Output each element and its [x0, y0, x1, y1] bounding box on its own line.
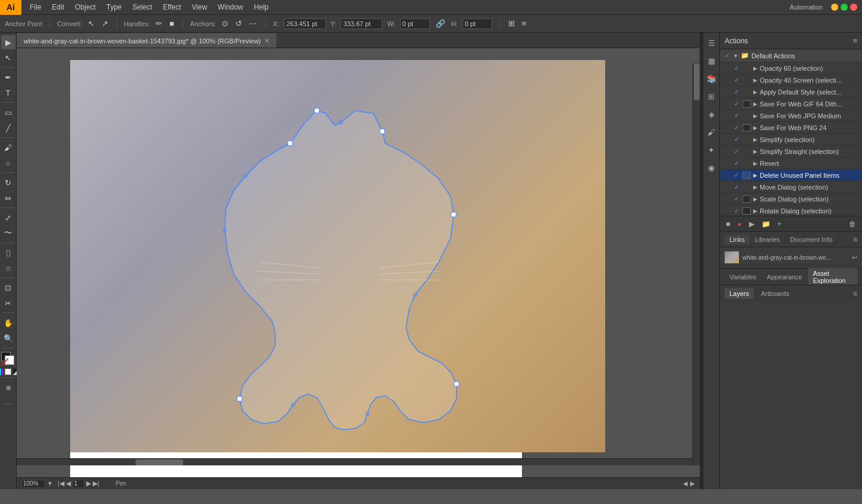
anchors-icon-2[interactable]: ↺ [234, 18, 243, 29]
appearance-tab[interactable]: Appearance [762, 272, 807, 282]
properties-icon[interactable]: ☰ [704, 35, 719, 51]
variables-tab[interactable]: Variables [725, 272, 761, 282]
zoom-dropdown-arrow[interactable]: ▼ [47, 480, 53, 487]
menu-type[interactable]: Type [102, 2, 127, 12]
hand-tool[interactable]: ✋ [1, 316, 15, 330]
action-item[interactable]: ✓ ▶ Move Dialog (selection) [720, 181, 862, 193]
maximize-button[interactable] [841, 4, 848, 11]
record-button[interactable]: ● [735, 219, 744, 229]
selection-tool[interactable]: ▶ [1, 35, 15, 49]
graphic-styles-icon[interactable]: ◉ [704, 160, 719, 175]
convert-icon-1[interactable]: ↖ [87, 18, 96, 29]
asset-exploration-tab[interactable]: Asset Exploration [808, 268, 857, 286]
last-page-button[interactable]: ▶| [93, 480, 99, 488]
line-tool[interactable]: ╱ [1, 121, 15, 135]
handles-icon-1[interactable]: ✏ [155, 18, 163, 29]
first-page-button[interactable]: |◀ [58, 480, 64, 488]
artboard-tool[interactable]: ⊡ [1, 281, 15, 295]
action-checkbox-12[interactable] [743, 207, 751, 215]
close-button[interactable] [850, 4, 857, 11]
links-panel-menu-button[interactable]: ≡ [853, 235, 857, 244]
status-arrow-left[interactable]: ◀ [683, 480, 688, 487]
action-item[interactable]: ✓ ▶ Simplify (selection) [720, 134, 862, 146]
tab-close-button[interactable]: ✕ [265, 37, 269, 44]
action-group-header[interactable]: ✓ ▼ 📁 Default Actions [720, 49, 862, 62]
action-item[interactable]: ✓ ▶ Save For Web PNG 24 [720, 122, 862, 134]
next-page-button[interactable]: ▶ [86, 480, 91, 488]
scale-tool[interactable]: ⤢ [1, 210, 15, 225]
new-set-button[interactable]: 📁 [759, 219, 773, 229]
convert-icon-2[interactable]: ↗ [100, 18, 109, 29]
link-icon[interactable]: 🔗 [435, 18, 446, 29]
transform-icon[interactable]: ⊞ [507, 18, 516, 29]
w-input[interactable] [400, 18, 430, 29]
direct-selection-tool[interactable]: ↖ [1, 51, 15, 65]
action-item[interactable]: ✓ ▶ Opacity 60 (selection) [720, 62, 862, 74]
action-item[interactable]: ✓ ▶ Scale Dialog (selection) [720, 193, 862, 205]
delete-action-button[interactable]: 🗑 [847, 219, 858, 229]
action-item[interactable]: ✓ ▶ Opacity 40 Screen (selecti... [720, 74, 862, 86]
links-tab[interactable]: Links [725, 235, 750, 244]
handles-icon-2[interactable]: ■ [168, 18, 175, 29]
none-mode-button[interactable] [5, 368, 11, 375]
zoom-input[interactable] [21, 480, 45, 488]
brush-side-icon[interactable]: 🖌 [704, 124, 719, 140]
minimize-button[interactable] [831, 4, 838, 11]
assets-side-icon[interactable]: ⊞ [704, 89, 719, 104]
symbols-side-icon[interactable]: ✦ [704, 142, 719, 158]
action-item[interactable]: ✓ ▶ Save For Web JPG Medium [720, 110, 862, 122]
vertical-scrollbar[interactable] [693, 64, 700, 465]
document-info-tab[interactable]: Document Info [785, 235, 838, 244]
warp-tool[interactable]: 〜 [1, 226, 15, 240]
pen-tool[interactable]: ✒ [1, 70, 15, 84]
status-arrow-right[interactable]: ▶ [690, 480, 695, 487]
paintbrush-tool[interactable]: 🖌 [1, 140, 15, 155]
slice-tool[interactable]: ✂ [1, 296, 15, 310]
action-checkbox-5[interactable] [743, 124, 751, 131]
type-tool[interactable]: T [1, 86, 15, 100]
anchors-icon-3[interactable]: ⋯ [248, 18, 258, 29]
document-tab[interactable]: white-and-gray-cat-in-brown-woven-basket… [17, 33, 277, 48]
menu-select[interactable]: Select [128, 2, 157, 12]
links-relink-icon[interactable]: ↩ [852, 254, 857, 262]
column-graph-tool[interactable]: ⌷ [1, 245, 15, 260]
rectangle-tool[interactable]: ▭ [1, 105, 15, 119]
h-input[interactable] [463, 18, 492, 29]
menu-effect[interactable]: Effect [158, 2, 185, 12]
menu-file[interactable]: File [25, 2, 46, 12]
layers-tab[interactable]: Layers [725, 288, 754, 299]
action-checkbox-9[interactable] [743, 172, 751, 179]
color-mode-button[interactable] [0, 368, 4, 375]
anchors-icon-1[interactable]: ⊙ [221, 18, 229, 29]
horizontal-scrollbar[interactable] [17, 458, 693, 465]
play-button[interactable]: ▶ [747, 219, 757, 229]
libraries-side-icon[interactable]: 📚 [704, 71, 719, 86]
libraries-tab[interactable]: Libraries [750, 235, 785, 244]
artboards-button[interactable]: ⊞ [1, 380, 15, 395]
appearance-side-icon[interactable]: ◈ [704, 106, 719, 122]
action-checkbox-11[interactable] [743, 196, 751, 203]
v-scroll-thumb[interactable] [694, 64, 700, 100]
action-checkbox-3[interactable] [743, 100, 751, 108]
symbol-sprayer-tool[interactable]: ☆ [1, 261, 15, 275]
options-icon-extra[interactable]: ≡ [521, 18, 528, 29]
action-item[interactable]: ✓ ▶ Apply Default Style (select... [720, 86, 862, 98]
stop-button[interactable]: ■ [723, 219, 732, 229]
blob-brush-tool[interactable]: ○ [1, 156, 15, 170]
artboards-tab[interactable]: Artboards [756, 288, 794, 299]
links-item[interactable]: white-and-gray-cat-in-brown-wo... ↩ [722, 250, 860, 266]
layers-panel-menu-button[interactable]: ≡ [853, 289, 857, 298]
action-item[interactable]: ✓ ▶ Simplify Straight (selection) [720, 146, 862, 158]
h-scroll-thumb[interactable] [136, 459, 183, 465]
rotate-tool[interactable]: ↻ [1, 175, 15, 190]
menu-view[interactable]: View [187, 2, 212, 12]
menu-window[interactable]: Window [213, 2, 248, 12]
new-action-button[interactable]: + [775, 219, 784, 229]
actions-panel-menu-button[interactable]: ≡ [852, 36, 857, 45]
canvas-wrapper[interactable] [17, 48, 700, 477]
y-input[interactable] [341, 18, 382, 29]
action-item[interactable]: ✓ ▶ Rotate Dialog (selection) [720, 205, 862, 216]
actions-scroll-area[interactable]: ✓ ▼ 📁 Default Actions ✓ ▶ Opacity 60 (se… [720, 49, 862, 216]
page-number-input[interactable] [73, 480, 84, 488]
more-tools-button[interactable]: ··· [4, 398, 12, 409]
